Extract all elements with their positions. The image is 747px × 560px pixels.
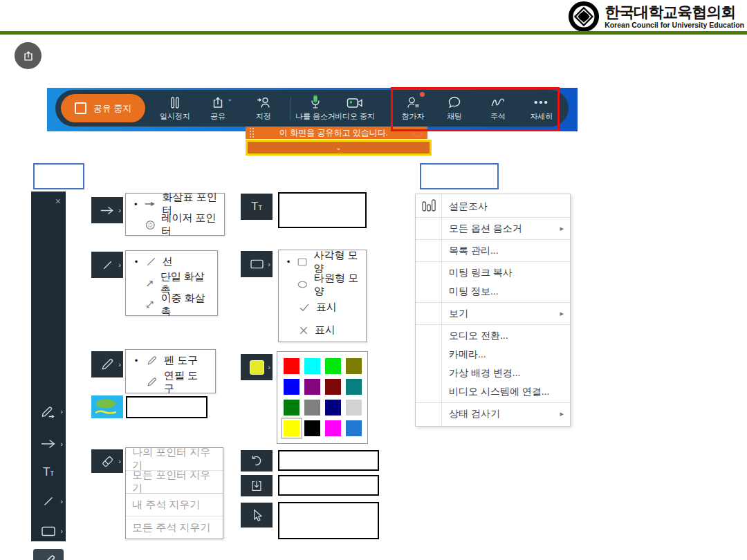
menu-item-survey[interactable]: 설문조사 — [416, 197, 570, 216]
sidebar-pointer-tool[interactable]: › — [31, 400, 66, 423]
toolbar-item-mute[interactable]: 나를 음소거 — [293, 94, 338, 122]
eraser-tool-button[interactable]: › — [91, 449, 123, 473]
color-swatch[interactable] — [284, 379, 299, 395]
toolbar-item-assign[interactable]: 지정 — [241, 94, 286, 122]
pointer-pen-icon — [40, 403, 57, 420]
menu-item-connect-video-system[interactable]: 비디오 시스템에 연결... — [416, 382, 570, 401]
color-swatch[interactable] — [346, 400, 362, 416]
pen-tool-label: 펜 도구 — [164, 354, 198, 367]
toolbar-item-stop-video[interactable]: 비디오 중지 — [333, 94, 377, 122]
sidebar-text-tool[interactable]: Tт — [31, 460, 66, 484]
submenu-arrow-icon: ▸ — [560, 309, 564, 318]
arrow-pointer-icon — [145, 200, 156, 208]
menu-item-check-mark[interactable]: 표시 — [279, 296, 366, 319]
color-swatch[interactable] — [304, 358, 320, 374]
color-swatch[interactable] — [346, 379, 362, 395]
menu-item-change-virtual-background[interactable]: 가상 배경 변경... — [416, 364, 570, 382]
survey-label: 설문조사 — [449, 200, 488, 213]
menu-item-line[interactable]: • 선 — [126, 251, 217, 272]
toolbar-item-pause[interactable]: 일시정지 — [153, 94, 197, 122]
menu-item-copy-meeting-link[interactable]: 미팅 링크 복사 — [416, 263, 570, 282]
text-tool-icon: Tт — [251, 200, 262, 214]
erase-my-annotations-label: 내 주석 지우기 — [132, 498, 200, 512]
menu-item-camera[interactable]: 카메라... — [416, 345, 570, 364]
line-icon — [42, 495, 55, 507]
banner-expand-bar[interactable]: ⌄ — [246, 140, 432, 156]
menu-item-single-arrowhead[interactable]: ↗ 단일 화살촉 — [126, 272, 217, 294]
submenu-arrow-icon: ▸ — [560, 409, 564, 418]
menu-item-erase-all-annotations[interactable]: 모든 주석 지우기 — [126, 516, 223, 539]
menu-item-erase-my-pointer[interactable]: 나의 포인터 지우기 — [126, 448, 223, 470]
laser-pointer-icon — [145, 219, 156, 231]
eraser-icon — [100, 454, 115, 469]
save-note-box — [278, 475, 379, 496]
menu-item-oval-shape[interactable]: 타원형 모양 — [279, 273, 366, 296]
line-label: 선 — [163, 255, 173, 268]
change-virtual-background-label: 가상 배경 변경... — [449, 367, 520, 380]
sidebar-arrow-tool[interactable]: › — [31, 432, 66, 456]
toolbar-item-share[interactable]: ⌄ 공유 — [196, 94, 240, 122]
chevron-down-icon: ⌄ — [335, 144, 341, 151]
pen-tool-button[interactable]: › — [91, 351, 123, 377]
color-tool-button[interactable]: › — [241, 354, 273, 380]
arrow-tool-button[interactable]: › — [91, 197, 123, 223]
shape-tool-button[interactable]: › — [241, 251, 273, 277]
menu-item-meeting-info[interactable]: 미팅 정보... — [416, 282, 570, 301]
color-swatch[interactable] — [304, 420, 320, 436]
arrow-icon — [100, 205, 115, 216]
menu-item-health-checker[interactable]: 상태 검사기▸ — [416, 404, 570, 423]
undo-button[interactable] — [241, 450, 273, 472]
menu-item-laser-pointer[interactable]: 레이저 포인터 — [126, 214, 224, 235]
mute-label: 나를 음소거 — [295, 111, 335, 122]
menu-item-switch-audio[interactable]: 오디오 전환... — [416, 326, 570, 345]
sidebar-pen-tool[interactable]: › — [31, 550, 66, 560]
share-screen-button[interactable] — [15, 42, 42, 69]
color-swatch[interactable] — [346, 358, 362, 374]
line-tool-button[interactable]: › — [91, 252, 123, 278]
color-swatch[interactable] — [325, 400, 341, 416]
chevron-right-icon: › — [118, 360, 121, 368]
menu-item-pencil-tool[interactable]: 연필 도구 — [126, 371, 215, 393]
color-swatch[interactable] — [284, 400, 299, 416]
color-swatch-selected[interactable] — [284, 420, 299, 436]
share-chevron-icon: ⌄ — [227, 95, 232, 102]
sidebar-line-tool[interactable]: › — [31, 489, 66, 513]
stop-sharing-button[interactable]: 공유 중지 — [61, 94, 145, 122]
close-icon[interactable]: × — [55, 197, 61, 205]
menu-item-erase-my-annotations[interactable]: 내 주석 지우기 — [126, 494, 223, 516]
stop-video-label: 비디오 중지 — [335, 111, 375, 122]
menu-item-x-mark[interactable]: 표시 — [279, 319, 366, 342]
menu-item-view[interactable]: 보기▸ — [416, 304, 570, 323]
double-arrowhead-icon — [145, 299, 155, 310]
menu-item-manage-list[interactable]: 목록 관리... — [416, 241, 570, 260]
chevron-right-icon: › — [60, 440, 63, 448]
screenshot-root: 한국대학교육협의회 Korean Council for University … — [0, 0, 747, 560]
menu-item-pen-tool[interactable]: • 펜 도구 — [126, 350, 215, 371]
color-swatch[interactable] — [325, 358, 341, 374]
pen-icon — [100, 357, 115, 372]
line-icon — [102, 259, 113, 271]
color-swatch[interactable] — [346, 420, 362, 436]
cursor-button[interactable] — [241, 503, 273, 528]
menu-item-double-arrowhead[interactable]: 이중 화살촉 — [126, 294, 217, 315]
cursor-note-box — [278, 502, 379, 539]
menu-item-erase-all-pointers[interactable]: 모든 포인터 지우기 — [126, 471, 223, 493]
menu-item-mute-all-options[interactable]: 모든 옵션 음소거▸ — [416, 219, 570, 238]
single-arrowhead-icon: ↗ — [145, 277, 154, 290]
save-button[interactable] — [241, 475, 273, 496]
chevron-right-icon: › — [60, 497, 63, 505]
color-swatch[interactable] — [284, 358, 299, 374]
color-swatch[interactable] — [304, 400, 320, 416]
menu-item-rectangle-shape[interactable]: • 사각형 모양 — [279, 250, 366, 273]
color-swatch[interactable] — [325, 379, 341, 395]
color-swatch[interactable] — [325, 420, 341, 436]
share-arrow-icon: ⌄ — [211, 94, 225, 109]
eraser-menu: 나의 포인터 지우기 모든 포인터 지우기 내 주석 지우기 모든 주석 지우기 — [125, 447, 223, 539]
text-tool-button[interactable]: Tт — [241, 194, 273, 220]
oval-icon — [297, 280, 308, 289]
rectangle-icon — [250, 259, 264, 270]
drag-handle-icon[interactable] — [250, 128, 255, 138]
color-swatch[interactable] — [304, 379, 320, 395]
stop-sharing-label: 공유 중지 — [93, 102, 132, 115]
sidebar-shape-tool[interactable]: › — [31, 519, 66, 543]
